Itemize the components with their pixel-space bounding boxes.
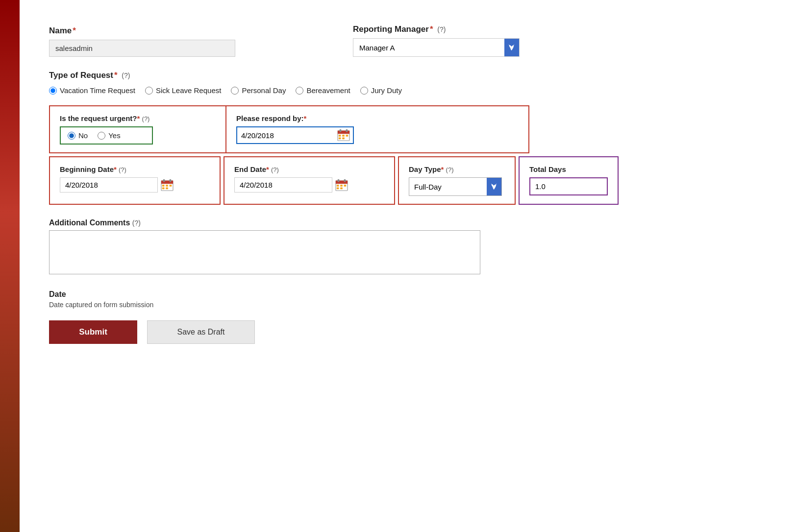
date-section-title: Date bbox=[49, 290, 757, 299]
end-date-input[interactable] bbox=[234, 177, 332, 193]
radio-bereavement-input[interactable] bbox=[296, 87, 303, 95]
respond-by-date-wrapper bbox=[236, 126, 354, 144]
manager-required: * bbox=[430, 24, 433, 34]
date-section: Date Date captured on form submission bbox=[49, 290, 757, 309]
manager-field-group: Reporting Manager* (?) Manager A Manager… bbox=[353, 24, 520, 57]
total-days-box: Total Days bbox=[519, 156, 619, 205]
beginning-date-required: * bbox=[114, 165, 117, 173]
day-type-select-wrapper: Full-Day Half-Day AM Half-Day PM ⮟ bbox=[409, 177, 502, 196]
urgent-respond-row: Is the request urgent?* (?) No Yes P bbox=[49, 105, 529, 153]
save-draft-button[interactable]: Save as Draft bbox=[147, 320, 255, 344]
beginning-date-input[interactable] bbox=[60, 177, 158, 193]
urgent-label-text: Is the request urgent? bbox=[60, 114, 137, 122]
additional-comments-group: Additional Comments (?) bbox=[49, 218, 757, 276]
day-type-label: Day Type* (?) bbox=[409, 165, 505, 173]
total-days-label-text: Total Days bbox=[529, 165, 566, 173]
additional-comments-label-text: Additional Comments bbox=[49, 218, 130, 227]
urgent-label: Is the request urgent?* (?) bbox=[60, 114, 216, 122]
svg-rect-3 bbox=[346, 129, 348, 132]
beginning-date-hint: (?) bbox=[119, 166, 126, 173]
beginning-date-label: Beginning Date* (?) bbox=[60, 165, 210, 173]
additional-comments-hint: (?) bbox=[132, 219, 141, 227]
svg-rect-16 bbox=[162, 187, 165, 189]
beginning-date-label-text: Beginning Date bbox=[60, 165, 114, 173]
radio-sick-input[interactable] bbox=[145, 87, 153, 95]
radio-urgent-yes-label: Yes bbox=[108, 131, 120, 140]
radio-sick[interactable]: Sick Leave Request bbox=[145, 86, 221, 95]
end-date-box: End Date* (?) bbox=[224, 156, 395, 205]
respond-by-date-input[interactable] bbox=[240, 130, 335, 141]
beginning-date-wrapper bbox=[60, 177, 210, 193]
respond-by-label: Please respond by:* bbox=[236, 114, 519, 122]
end-date-label: End Date* (?) bbox=[234, 165, 384, 173]
radio-bereavement-label: Bereavement bbox=[306, 86, 350, 95]
additional-comments-textarea[interactable] bbox=[49, 230, 480, 274]
radio-urgent-no[interactable]: No bbox=[68, 131, 88, 140]
radio-bereavement[interactable]: Bereavement bbox=[296, 86, 350, 95]
type-of-request-group: Type of Request* (?) Vacation Time Reque… bbox=[49, 71, 757, 95]
urgent-box: Is the request urgent?* (?) No Yes bbox=[50, 106, 226, 152]
radio-jury[interactable]: Jury Duty bbox=[360, 86, 402, 95]
svg-rect-23 bbox=[340, 185, 343, 187]
submit-button-label: Submit bbox=[79, 327, 107, 337]
radio-vacation[interactable]: Vacation Time Request bbox=[49, 86, 135, 95]
radio-urgent-yes[interactable]: Yes bbox=[98, 131, 120, 140]
radio-jury-input[interactable] bbox=[360, 87, 368, 95]
svg-rect-11 bbox=[163, 179, 165, 182]
total-days-input[interactable] bbox=[529, 177, 608, 195]
save-draft-button-label: Save as Draft bbox=[177, 328, 225, 336]
type-hint: (?) bbox=[122, 72, 130, 79]
radio-jury-label: Jury Duty bbox=[371, 86, 402, 95]
manager-select[interactable]: Manager A Manager B Manager C bbox=[353, 40, 504, 56]
svg-rect-7 bbox=[339, 138, 341, 140]
svg-rect-22 bbox=[337, 185, 339, 187]
svg-rect-20 bbox=[338, 179, 340, 182]
additional-comments-label: Additional Comments (?) bbox=[49, 218, 757, 227]
radio-vacation-label: Vacation Time Request bbox=[60, 86, 135, 95]
beginning-date-calendar-icon[interactable] bbox=[161, 179, 174, 191]
end-date-wrapper bbox=[234, 177, 384, 193]
radio-vacation-input[interactable] bbox=[49, 87, 57, 95]
end-date-hint: (?) bbox=[271, 166, 279, 173]
urgent-radio-wrapper: No Yes bbox=[60, 126, 153, 145]
name-label: Name* bbox=[49, 26, 235, 36]
radio-personal[interactable]: Personal Day bbox=[231, 86, 286, 95]
radio-personal-input[interactable] bbox=[231, 87, 239, 95]
day-type-box: Day Type* (?) Full-Day Half-Day AM Half-… bbox=[398, 156, 516, 205]
manager-select-wrapper: Manager A Manager B Manager C ⮟ bbox=[353, 38, 520, 57]
day-type-label-text: Day Type bbox=[409, 165, 441, 173]
type-required: * bbox=[114, 71, 118, 80]
beginning-date-box: Beginning Date* (?) bbox=[49, 156, 221, 205]
form-main-content: Name* Reporting Manager* (?) Manager A M… bbox=[20, 0, 796, 532]
total-days-label: Total Days bbox=[529, 165, 608, 173]
svg-rect-25 bbox=[337, 187, 339, 189]
svg-rect-15 bbox=[170, 185, 172, 187]
manager-label-text: Reporting Manager bbox=[353, 24, 429, 34]
svg-rect-12 bbox=[170, 179, 172, 182]
respond-by-label-text: Please respond by: bbox=[236, 114, 304, 122]
svg-rect-4 bbox=[339, 135, 341, 137]
date-section-subtitle: Date captured on form submission bbox=[49, 301, 757, 309]
radio-urgent-no-input[interactable] bbox=[68, 132, 75, 140]
svg-rect-10 bbox=[161, 180, 173, 183]
respond-by-calendar-icon[interactable] bbox=[337, 129, 350, 141]
manager-hint: (?) bbox=[437, 25, 446, 33]
radio-sick-label: Sick Leave Request bbox=[156, 86, 221, 95]
day-type-select-arrow-icon[interactable]: ⮟ bbox=[487, 178, 501, 195]
svg-rect-24 bbox=[344, 185, 347, 187]
day-type-hint: (?) bbox=[446, 166, 454, 173]
end-date-calendar-icon[interactable] bbox=[335, 179, 348, 191]
manager-select-arrow-icon[interactable]: ⮟ bbox=[504, 39, 519, 56]
submit-button[interactable]: Submit bbox=[49, 320, 137, 344]
name-label-text: Name bbox=[49, 26, 72, 35]
type-of-request-label: Type of Request* (?) bbox=[49, 71, 757, 80]
request-type-radio-group: Vacation Time Request Sick Leave Request… bbox=[49, 86, 757, 95]
svg-rect-26 bbox=[340, 187, 343, 189]
name-input[interactable] bbox=[49, 40, 235, 57]
name-field-group: Name* bbox=[49, 26, 235, 57]
day-type-required: * bbox=[441, 165, 444, 173]
day-type-select[interactable]: Full-Day Half-Day AM Half-Day PM bbox=[409, 179, 487, 195]
radio-urgent-yes-input[interactable] bbox=[98, 132, 105, 140]
respond-box: Please respond by:* bbox=[226, 106, 528, 152]
svg-rect-2 bbox=[340, 129, 342, 132]
